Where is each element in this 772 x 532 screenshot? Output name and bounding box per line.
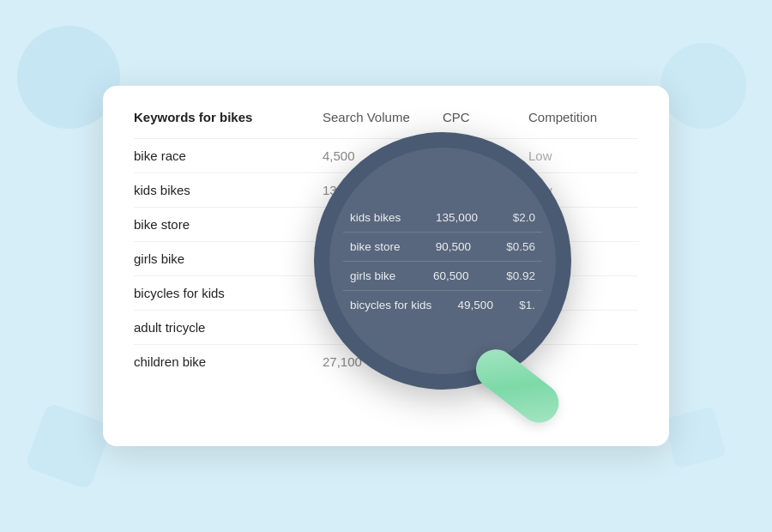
cell-cpc: $0.92 (443, 251, 528, 266)
bg-shape-3 (660, 43, 746, 129)
table-row: adult tricycle $90 (134, 310, 638, 344)
table-row: girls bike 60,500 $0.92 Low (134, 241, 638, 275)
table-row: bike store 90,500 $0.56 High (134, 207, 638, 241)
cell-volume: 49,500 (323, 286, 443, 300)
cell-keyword: bike race (134, 148, 323, 163)
col-keywords-bold: bikes (220, 110, 252, 124)
bg-shape-4 (663, 406, 726, 469)
cell-cpc: $1. (443, 286, 528, 300)
cell-competition: Low (528, 183, 640, 197)
cell-keyword: girls bike (134, 251, 323, 266)
table-row: kids bikes 135,000 $2.0 Low (134, 172, 638, 207)
keyword-table-card: Keywords for bikes Search Volume CPC Com… (103, 86, 669, 446)
col-cpc: CPC (443, 110, 528, 124)
cell-volume: 135,000 (323, 183, 443, 197)
col-competition: Competition (528, 110, 640, 124)
cell-cpc: $2.0 (443, 183, 528, 197)
cell-volume: 60,500 (323, 251, 443, 266)
cell-competition: Low (528, 148, 640, 163)
cell-cpc: $2.58 (443, 354, 528, 369)
cell-volume: 4,500 (323, 148, 443, 163)
cell-keyword: bike store (134, 217, 323, 232)
cell-keyword: bicycles for kids (134, 286, 323, 300)
cell-competition: High (528, 217, 640, 232)
table-row: bike race 4,500 $0 Low (134, 138, 638, 172)
cell-volume: 90,500 (323, 217, 443, 232)
col-keywords-label: Keywords for (134, 110, 220, 124)
cell-cpc: $0 (443, 148, 528, 163)
col-search-volume: Search Volume (323, 110, 443, 124)
table-header: Keywords for bikes Search Volume CPC Com… (134, 110, 638, 135)
bg-shape-2 (25, 402, 113, 491)
cell-competition: High (528, 286, 640, 300)
cell-cpc: $90 (443, 320, 528, 335)
cell-cpc: $0.56 (443, 217, 528, 232)
cell-keyword: kids bikes (134, 183, 323, 197)
cell-volume: 27,100 (323, 354, 443, 369)
table-row: children bike 27,100 $2.58 (134, 344, 638, 378)
cell-competition: Low (528, 251, 640, 266)
cell-keyword: children bike (134, 354, 323, 369)
table-body: bike race 4,500 $0 Low kids bikes 135,00… (134, 138, 638, 378)
cell-keyword: adult tricycle (134, 320, 323, 335)
table-row: bicycles for kids 49,500 $1. High (134, 275, 638, 310)
col-keywords: Keywords for bikes (134, 110, 323, 124)
